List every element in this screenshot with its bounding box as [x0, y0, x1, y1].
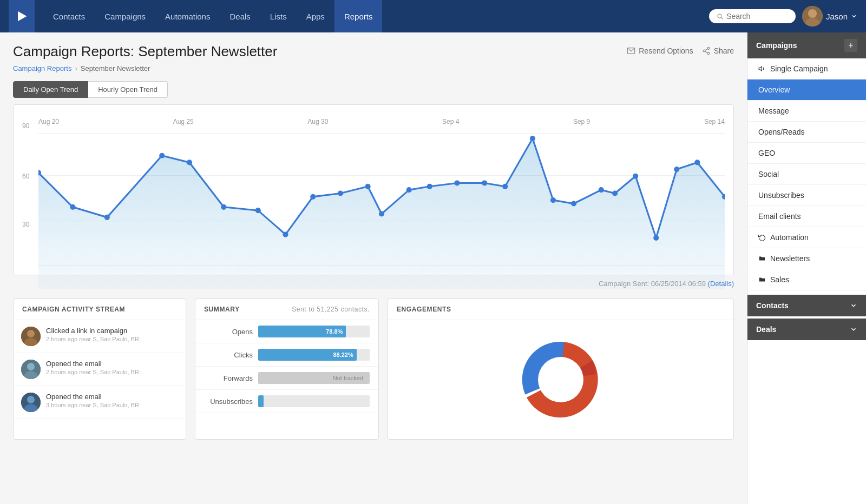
sidebar-add-button[interactable]: + — [844, 39, 857, 52]
summary-forwards-value: Not tracked — [330, 375, 366, 381]
sidebar-contacts-label: Contacts — [756, 301, 789, 310]
tab-hourly[interactable]: Hourly Open Trend — [88, 81, 168, 98]
nav-apps[interactable]: Apps — [297, 0, 334, 32]
user-info[interactable]: Jason — [802, 6, 857, 26]
donut-chart — [507, 331, 615, 428]
donut-container — [388, 320, 733, 439]
data-point — [379, 211, 384, 216]
sidebar-item-email-clients[interactable]: Email clients — [747, 206, 866, 227]
svg-marker-0 — [18, 11, 27, 22]
chart-svg — [38, 118, 725, 289]
svg-line-2 — [721, 17, 723, 19]
data-point — [633, 174, 638, 179]
summary-forwards-label: Forwards — [204, 374, 253, 382]
sidebar-item-sales[interactable]: Sales — [747, 269, 866, 290]
search-icon — [717, 12, 723, 20]
user-name: Jason — [826, 12, 848, 21]
sidebar-geo-label: GEO — [758, 149, 775, 157]
sidebar-campaigns-header[interactable]: Campaigns + — [747, 32, 866, 58]
summary-card-header: SUMMARY Sent to 51,225 contacts. — [195, 299, 378, 320]
share-button[interactable]: Share — [702, 47, 734, 55]
data-point — [406, 187, 412, 193]
summary-opens-bar: 78.8% — [258, 326, 346, 337]
avatar — [21, 360, 41, 379]
avatar — [802, 6, 823, 26]
list-item: Opened the email 2 hours ago near S, Sao… — [14, 353, 186, 386]
activity-action: Opened the email — [46, 393, 139, 401]
folder-icon — [758, 255, 766, 262]
engagements-card-header: ENGAGEMENTS — [388, 299, 733, 320]
sidebar-contacts-header[interactable]: Contacts — [747, 295, 866, 316]
resend-options-button[interactable]: Resend Options — [627, 47, 693, 55]
svg-line-10 — [705, 51, 707, 53]
nav-campaigns[interactable]: Campaigns — [95, 0, 155, 32]
nav-deals[interactable]: Deals — [220, 0, 260, 32]
data-point — [482, 180, 487, 185]
chart-y-label-30: 30 — [22, 221, 29, 228]
search-input[interactable] — [726, 12, 788, 21]
data-point — [694, 160, 700, 165]
data-point — [365, 184, 371, 189]
breadcrumb: Campaign Reports › September Newsletter — [13, 64, 734, 72]
sidebar-item-opens-reads[interactable]: Opens/Reads — [747, 122, 866, 143]
list-item: Clicked a link in campaign 2 hours ago n… — [14, 320, 186, 353]
summary-unsubs-row: Unsubscribes — [195, 390, 378, 413]
svg-line-11 — [705, 49, 707, 50]
nav-automations[interactable]: Automations — [155, 0, 220, 32]
nav-lists[interactable]: Lists — [260, 0, 297, 32]
search-bar — [709, 9, 796, 23]
megaphone-icon — [758, 65, 766, 72]
nav-bar: Contacts Campaigns Automations Deals Lis… — [0, 0, 866, 32]
nav-reports[interactable]: Reports — [334, 0, 383, 32]
sidebar-item-automation[interactable]: Automation — [747, 227, 866, 248]
chart-container: 90 60 30 — [13, 104, 734, 275]
summary-clicks-value: 88.22% — [333, 352, 353, 358]
summary-forwards-bar-wrap: Not tracked — [258, 372, 370, 384]
svg-point-8 — [703, 50, 705, 52]
summary-card: SUMMARY Sent to 51,225 contacts. Opens 7… — [195, 299, 379, 440]
sidebar-item-single-campaign[interactable]: Single Campaign — [747, 58, 866, 79]
sidebar-item-overview[interactable]: Overview — [747, 79, 866, 101]
summary-clicks-bar-wrap: 88.22% — [258, 349, 370, 361]
sidebar-sales-label: Sales — [770, 275, 789, 284]
folder-icon — [758, 276, 766, 283]
share-icon — [702, 47, 711, 55]
chevron-down-icon — [851, 13, 857, 19]
summary-clicks-bar: 88.22% — [258, 349, 357, 361]
data-point — [502, 184, 508, 189]
nav-logo[interactable] — [9, 0, 35, 32]
chart-y-label-90: 90 — [22, 122, 29, 130]
sidebar-item-newsletters[interactable]: Newsletters — [747, 248, 866, 269]
data-point — [70, 204, 75, 210]
engagements-card: ENGAGEMENTS — [388, 299, 734, 440]
summary-unsubs-bar-wrap — [258, 395, 370, 407]
tab-daily[interactable]: Daily Open Trend — [13, 81, 88, 98]
activity-content: Opened the email 3 hours ago near S, Sao… — [46, 393, 139, 408]
sidebar-item-geo[interactable]: GEO — [747, 143, 866, 164]
svg-marker-22 — [759, 67, 762, 71]
sidebar-item-social[interactable]: Social — [747, 164, 866, 185]
sidebar-deals-label: Deals — [756, 325, 776, 334]
sidebar-single-campaign-label: Single Campaign — [770, 64, 828, 73]
sidebar-item-unsubscribes[interactable]: Unsubscribes — [747, 185, 866, 206]
summary-clicks-row: Clicks 88.22% — [195, 343, 378, 367]
sidebar-opens-reads-label: Opens/Reads — [758, 128, 805, 136]
svg-point-1 — [718, 14, 721, 18]
breadcrumb-root[interactable]: Campaign Reports — [13, 64, 71, 72]
summary-sent-to: Sent to 51,225 contacts. — [292, 306, 370, 313]
summary-opens-bar-wrap: 78.8% — [258, 326, 370, 337]
summary-clicks-label: Clicks — [204, 351, 253, 359]
sidebar-email-clients-label: Email clients — [758, 212, 801, 221]
summary-unsubs-label: Unsubscribes — [204, 397, 253, 406]
activity-meta: 2 hours ago near S, Sao Paulo, BR — [46, 369, 139, 375]
sidebar-deals-header[interactable]: Deals — [747, 319, 866, 340]
sidebar-item-message[interactable]: Message — [747, 101, 866, 122]
nav-right: Jason — [709, 6, 857, 26]
activity-card: CAMPAIGN ACTIVITY STREAM Clicked a link … — [13, 299, 186, 440]
data-point — [612, 190, 618, 196]
nav-contacts[interactable]: Contacts — [43, 0, 95, 32]
summary-unsubs-bar — [258, 395, 264, 407]
sidebar-overview-label: Overview — [758, 85, 790, 94]
data-point — [454, 180, 460, 185]
svg-point-21 — [538, 357, 583, 402]
